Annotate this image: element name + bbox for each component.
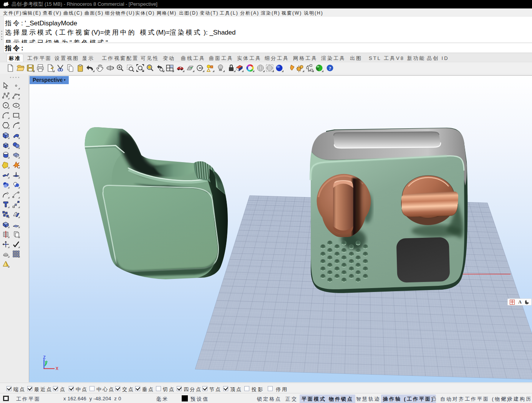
svg-text:y: y (45, 359, 48, 365)
svg-text:?: ? (329, 65, 331, 71)
svg-text:8: 8 (7, 2, 8, 4)
svg-text:x: x (56, 365, 58, 371)
